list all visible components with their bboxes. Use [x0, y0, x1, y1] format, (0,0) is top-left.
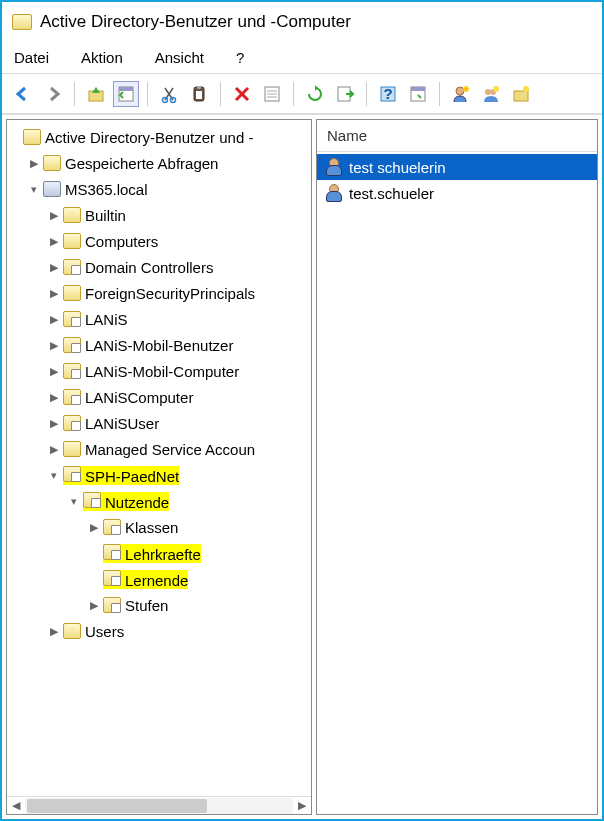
ou-icon [63, 466, 81, 482]
tree-builtin[interactable]: ▶Builtin [7, 202, 311, 228]
expander-icon[interactable]: ▶ [47, 260, 61, 274]
svg-rect-2 [119, 87, 133, 91]
toolbar-sep [366, 82, 367, 106]
tree-root[interactable]: Active Directory-Benutzer und - [7, 124, 311, 150]
tree-fsp[interactable]: ▶ForeignSecurityPrincipals [7, 280, 311, 306]
tree-computers[interactable]: ▶Computers [7, 228, 311, 254]
expander-icon[interactable]: ▶ [87, 520, 101, 534]
tree-lehrkraefte[interactable]: ▶Lehrkraefte [7, 540, 311, 566]
refresh-button[interactable] [302, 81, 328, 107]
root-icon [23, 129, 41, 145]
tree-lanis-mobil-benutzer[interactable]: ▶LANiS-Mobil-Benutzer [7, 332, 311, 358]
svg-rect-6 [196, 91, 202, 99]
tree-label: Lehrkraefte [125, 546, 201, 563]
show-hide-tree-button[interactable] [113, 81, 139, 107]
folder-icon [63, 207, 81, 223]
horizontal-scrollbar[interactable]: ◀ ▶ [7, 796, 311, 814]
list-item[interactable]: test schuelerin [317, 154, 597, 180]
column-header-name[interactable]: Name [317, 120, 597, 152]
properties-button[interactable] [259, 81, 285, 107]
tree-saved-queries[interactable]: ▶ Gespeicherte Abfragen [7, 150, 311, 176]
ou-icon [103, 519, 121, 535]
expander-icon[interactable]: ▶ [47, 442, 61, 456]
menu-help[interactable]: ? [232, 47, 248, 68]
tree-label: ForeignSecurityPrincipals [85, 285, 255, 302]
expander-icon[interactable]: ▶ [47, 364, 61, 378]
tree-lanis-computer[interactable]: ▶LANiSComputer [7, 384, 311, 410]
tree-label: Managed Service Accoun [85, 441, 255, 458]
tree-label: Klassen [125, 519, 178, 536]
tree-domain-controllers[interactable]: ▶Domain Controllers [7, 254, 311, 280]
tree-msa[interactable]: ▶Managed Service Accoun [7, 436, 311, 462]
tree-stufen[interactable]: ▶Stufen [7, 592, 311, 618]
tree-label: Lernende [125, 572, 188, 589]
scroll-right-icon[interactable]: ▶ [293, 798, 311, 814]
svg-point-17 [456, 87, 464, 95]
svg-point-23 [523, 86, 529, 92]
ou-icon [63, 389, 81, 405]
up-button[interactable] [83, 81, 109, 107]
tree-label: Domain Controllers [85, 259, 213, 276]
ou-icon [63, 337, 81, 353]
new-group-button[interactable] [478, 81, 504, 107]
ou-icon [103, 544, 121, 560]
tree-sph-paednet[interactable]: ▾SPH-PaedNet [7, 462, 311, 488]
forward-button[interactable] [40, 81, 66, 107]
ou-icon [63, 259, 81, 275]
svg-rect-16 [411, 87, 425, 91]
back-button[interactable] [10, 81, 36, 107]
scroll-left-icon[interactable]: ◀ [7, 798, 25, 814]
user-icon [325, 158, 343, 176]
expander-icon[interactable]: ▶ [47, 390, 61, 404]
scroll-track[interactable] [25, 798, 293, 814]
delete-button[interactable] [229, 81, 255, 107]
tree-lanis[interactable]: ▶LANiS [7, 306, 311, 332]
tree-lanis-user[interactable]: ▶LANiSUser [7, 410, 311, 436]
toolbar-sep [147, 82, 148, 106]
help-button[interactable]: ? [375, 81, 401, 107]
expander-icon[interactable]: ▶ [47, 286, 61, 300]
svg-rect-22 [514, 91, 528, 101]
expander-icon[interactable]: ▾ [67, 494, 81, 508]
export-button[interactable] [332, 81, 358, 107]
copy-button[interactable] [186, 81, 212, 107]
tree-users[interactable]: ▶Users [7, 618, 311, 644]
expander-icon[interactable]: ▶ [47, 234, 61, 248]
new-user-button[interactable] [448, 81, 474, 107]
menu-file[interactable]: Datei [10, 47, 53, 68]
expander-icon[interactable]: ▾ [47, 468, 61, 482]
expander-icon[interactable]: ▶ [47, 416, 61, 430]
tree-domain[interactable]: ▾ MS365.local [7, 176, 311, 202]
folder-icon [43, 155, 61, 171]
scroll-thumb[interactable] [27, 799, 207, 813]
app-icon [12, 14, 32, 30]
tree-lernende[interactable]: ▶Lernende [7, 566, 311, 592]
expander-icon[interactable]: ▶ [47, 338, 61, 352]
list-pane: Name test schuelerin test.schueler [316, 119, 598, 815]
tree-klassen[interactable]: ▶Klassen [7, 514, 311, 540]
expander-icon[interactable]: ▶ [27, 156, 41, 170]
folder-icon [63, 623, 81, 639]
expander-icon[interactable]: ▶ [47, 312, 61, 326]
expander-icon[interactable]: ▾ [27, 182, 41, 196]
tree-pane: Active Directory-Benutzer und - ▶ Gespei… [6, 119, 312, 815]
content-area: Active Directory-Benutzer und - ▶ Gespei… [2, 114, 602, 819]
ou-icon [103, 597, 121, 613]
menu-view[interactable]: Ansicht [151, 47, 208, 68]
new-ou-button[interactable] [508, 81, 534, 107]
expander-icon[interactable]: ▶ [47, 624, 61, 638]
expander-icon[interactable]: ▶ [87, 598, 101, 612]
cut-button[interactable] [156, 81, 182, 107]
expander-icon[interactable]: ▶ [47, 208, 61, 222]
toolbar-sep [74, 82, 75, 106]
tree-scroll[interactable]: Active Directory-Benutzer und - ▶ Gespei… [7, 120, 311, 796]
find-button[interactable] [405, 81, 431, 107]
svg-point-21 [493, 86, 499, 92]
menu-action[interactable]: Aktion [77, 47, 127, 68]
tree-lanis-mobil-computer[interactable]: ▶LANiS-Mobil-Computer [7, 358, 311, 384]
list-item[interactable]: test.schueler [317, 180, 597, 206]
folder-icon [63, 441, 81, 457]
toolbar-sep [439, 82, 440, 106]
list-body[interactable]: test schuelerin test.schueler [317, 152, 597, 814]
tree-nutzende[interactable]: ▾Nutzende [7, 488, 311, 514]
